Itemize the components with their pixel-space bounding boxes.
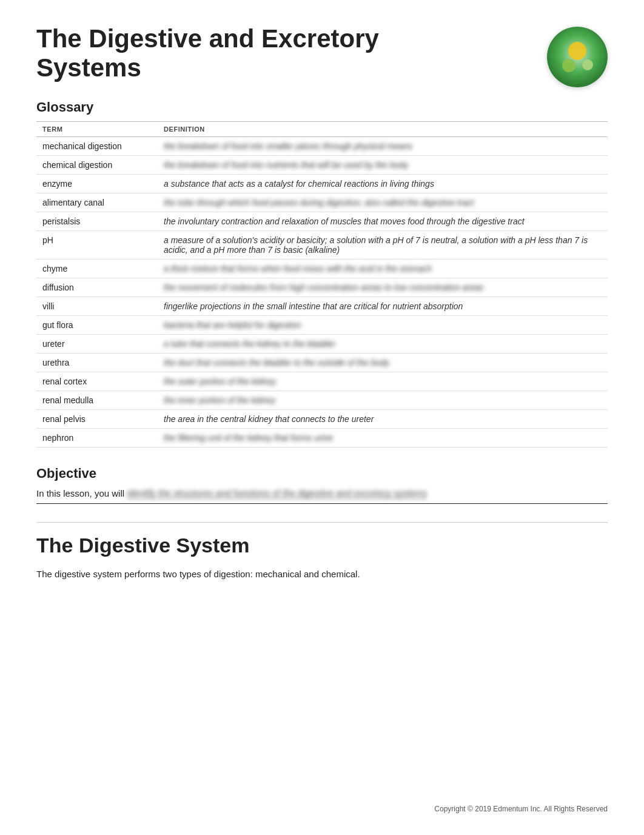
def-cell: a tube that connects the kidney to the b… xyxy=(158,335,608,354)
glossary-section: Glossary TERM DEFINITION mechanical dige… xyxy=(36,99,608,448)
copyright-text: Copyright © 2019 Edmentum Inc. All Right… xyxy=(434,805,608,813)
def-cell: fingerlike projections in the small inte… xyxy=(158,297,608,316)
def-cell: the area in the central kidney that conn… xyxy=(158,410,608,429)
section-divider xyxy=(36,522,608,523)
digestive-system-body: The digestive system performs two types … xyxy=(36,567,608,582)
digestive-system-title: The Digestive System xyxy=(36,534,608,557)
def-cell: bacteria that are helpful for digestion xyxy=(158,316,608,335)
title-line1: The Digestive and Excretory xyxy=(36,24,379,53)
objective-prefix: In this lesson, you will xyxy=(36,488,124,498)
term-cell: peristalsis xyxy=(36,212,158,231)
objective-underline xyxy=(36,502,608,504)
def-cell: a measure of a solution's acidity or bas… xyxy=(158,231,608,260)
logo-image xyxy=(547,27,608,87)
def-cell: the breakdown of food into smaller piece… xyxy=(158,137,608,156)
def-cell: the inner portion of the kidney xyxy=(158,391,608,410)
term-cell: chemical digestion xyxy=(36,156,158,175)
objective-heading: Objective xyxy=(36,466,608,481)
table-row: gut florabacteria that are helpful for d… xyxy=(36,316,608,335)
table-row: nephronthe filtering unit of the kidney … xyxy=(36,429,608,448)
term-cell: villi xyxy=(36,297,158,316)
objective-section: Objective In this lesson, you will ident… xyxy=(36,466,608,504)
digestive-system-section: The Digestive System The digestive syste… xyxy=(36,522,608,582)
def-cell: a thick mixture that forms when food mix… xyxy=(158,260,608,278)
table-row: chymea thick mixture that forms when foo… xyxy=(36,260,608,278)
def-cell: the tube through which food passes durin… xyxy=(158,193,608,212)
table-row: pHa measure of a solution's acidity or b… xyxy=(36,231,608,260)
term-cell: urethra xyxy=(36,354,158,372)
table-row: renal pelvisthe area in the central kidn… xyxy=(36,410,608,429)
def-cell: the breakdown of food into nutrients tha… xyxy=(158,156,608,175)
glossary-table: TERM DEFINITION mechanical digestionthe … xyxy=(36,121,608,448)
header-section: The Digestive and Excretory Systems xyxy=(36,24,608,87)
table-row: urethrathe duct that connects the bladde… xyxy=(36,354,608,372)
term-cell: enzyme xyxy=(36,175,158,193)
col-def-header: DEFINITION xyxy=(158,122,608,137)
term-cell: alimentary canal xyxy=(36,193,158,212)
table-row: diffusionthe movement of molecules from … xyxy=(36,278,608,297)
term-cell: renal medulla xyxy=(36,391,158,410)
def-cell: a substance that acts as a catalyst for … xyxy=(158,175,608,193)
objective-blank: identify the structures and functions of… xyxy=(127,488,427,498)
def-cell: the duct that connects the bladder to th… xyxy=(158,354,608,372)
page-title: The Digestive and Excretory Systems xyxy=(36,24,379,83)
table-row: renal cortexthe outer portion of the kid… xyxy=(36,372,608,391)
logo-inner xyxy=(559,39,595,75)
term-cell: diffusion xyxy=(36,278,158,297)
def-cell: the outer portion of the kidney xyxy=(158,372,608,391)
table-row: renal medullathe inner portion of the ki… xyxy=(36,391,608,410)
objective-line: In this lesson, you will identify the st… xyxy=(36,488,608,498)
table-row: mechanical digestionthe breakdown of foo… xyxy=(36,137,608,156)
table-row: enzymea substance that acts as a catalys… xyxy=(36,175,608,193)
term-cell: nephron xyxy=(36,429,158,448)
table-row: alimentary canalthe tube through which f… xyxy=(36,193,608,212)
logo-dot xyxy=(582,59,593,70)
term-cell: pH xyxy=(36,231,158,260)
col-term-header: TERM xyxy=(36,122,158,137)
def-cell: the involuntary contraction and relaxati… xyxy=(158,212,608,231)
table-row: villifingerlike projections in the small… xyxy=(36,297,608,316)
term-cell: gut flora xyxy=(36,316,158,335)
term-cell: ureter xyxy=(36,335,158,354)
term-cell: renal pelvis xyxy=(36,410,158,429)
glossary-header-row: TERM DEFINITION xyxy=(36,122,608,137)
table-row: uretera tube that connects the kidney to… xyxy=(36,335,608,354)
def-cell: the filtering unit of the kidney that fo… xyxy=(158,429,608,448)
table-row: chemical digestionthe breakdown of food … xyxy=(36,156,608,175)
term-cell: chyme xyxy=(36,260,158,278)
term-cell: renal cortex xyxy=(36,372,158,391)
term-cell: mechanical digestion xyxy=(36,137,158,156)
glossary-heading: Glossary xyxy=(36,99,608,115)
def-cell: the movement of molecules from high conc… xyxy=(158,278,608,297)
table-row: peristalsisthe involuntary contraction a… xyxy=(36,212,608,231)
title-line2: Systems xyxy=(36,53,141,82)
